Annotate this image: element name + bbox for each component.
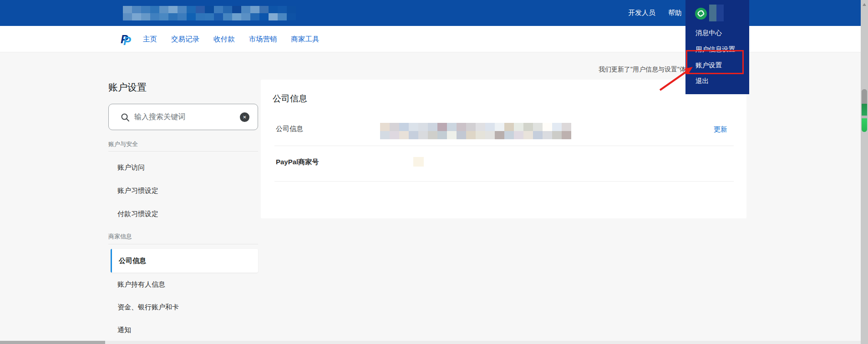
- divider: [274, 181, 734, 182]
- sidebar-search-box: ✕: [108, 104, 258, 130]
- paypal-logo-icon[interactable]: P P: [121, 33, 134, 46]
- nav-links: 主页 交易记录 收付款 市场营销 商家工具: [143, 26, 320, 52]
- sidebar-item-payment-preferences[interactable]: 付款习惯设定: [117, 210, 158, 218]
- update-link[interactable]: 更新: [714, 125, 727, 134]
- horizontal-scrollbar-thumb[interactable]: [0, 341, 105, 344]
- vertical-scrollbar[interactable]: [861, 0, 868, 344]
- clear-search-icon[interactable]: ✕: [240, 112, 249, 122]
- redacted-page-title: [123, 6, 296, 20]
- nav-tab-payments[interactable]: 收付款: [213, 35, 235, 44]
- divider: [108, 244, 258, 244]
- help-link[interactable]: 帮助: [668, 9, 682, 17]
- sidebar-item-notifications[interactable]: 通知: [117, 326, 131, 334]
- search-icon: [121, 113, 130, 122]
- sidebar-item-account-owner-info[interactable]: 账户持有人信息: [117, 280, 165, 289]
- paypal-account-settings-page: 开发人员 帮助 P P 主页 交易记录 收付款 市场营销 商家工具 我们更新了"…: [0, 0, 868, 344]
- merchant-id-row-label: PayPal商家号: [276, 158, 319, 167]
- section-label-account-security: 账户与安全: [108, 140, 138, 148]
- search-input[interactable]: [134, 111, 225, 123]
- nav-tab-merchant-tools[interactable]: 商家工具: [291, 35, 320, 44]
- sidebar-item-label: 公司信息: [119, 257, 146, 265]
- vertical-scrollbar-thumb[interactable]: [862, 89, 867, 132]
- redacted-username: [709, 5, 724, 21]
- sidebar-item-account-access[interactable]: 账户访问: [117, 163, 145, 172]
- company-info-row-label: 公司信息: [276, 125, 303, 133]
- page-title: 账户设置: [108, 81, 147, 94]
- sidebar-item-money-banks-cards[interactable]: 资金、银行账户和卡: [117, 303, 179, 312]
- scroll-up-arrow-icon[interactable]: [863, 3, 866, 6]
- divider: [108, 151, 258, 152]
- sidebar-item-account-preferences[interactable]: 账户习惯设定: [117, 187, 158, 195]
- nav-tab-home[interactable]: 主页: [143, 35, 157, 44]
- developer-link[interactable]: 开发人员: [628, 9, 655, 17]
- section-label-business-info: 商家信息: [108, 233, 132, 241]
- menu-item-message-center[interactable]: 消息中心: [695, 29, 722, 38]
- divider: [274, 146, 734, 146]
- nav-tab-marketing[interactable]: 市场营销: [249, 35, 277, 44]
- business-info-card: 公司信息 公司信息 更新 PayPal商家号: [261, 80, 746, 218]
- card-title: 公司信息: [273, 93, 307, 105]
- redacted-merchant-id-value: [413, 157, 424, 167]
- avatar[interactable]: [695, 8, 707, 20]
- sidebar-item-business-info-selected[interactable]: 公司信息: [111, 249, 258, 273]
- horizontal-scrollbar[interactable]: [0, 341, 861, 344]
- menu-item-logout[interactable]: 退出: [695, 77, 709, 86]
- redacted-company-info-value: [380, 123, 571, 139]
- topbar-links: 开发人员 帮助: [628, 0, 682, 26]
- annotation-highlight-box: [686, 50, 744, 74]
- nav-tab-activity[interactable]: 交易记录: [171, 35, 199, 44]
